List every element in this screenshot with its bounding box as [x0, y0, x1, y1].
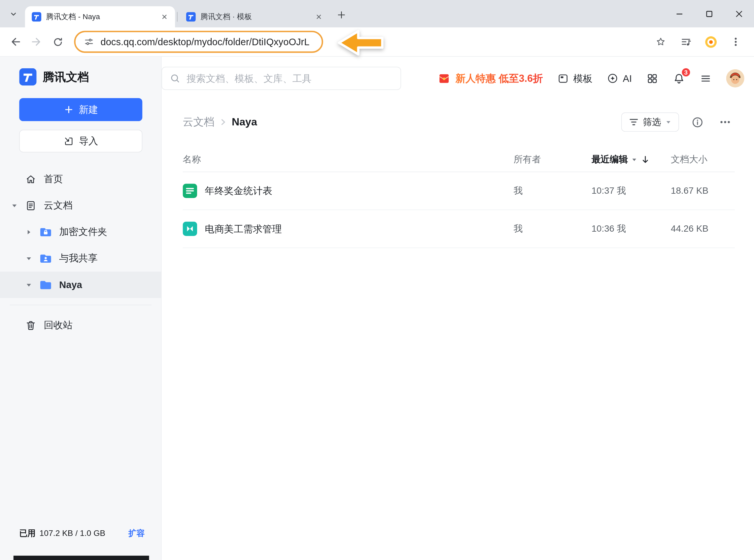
chevron-down-icon[interactable] — [25, 281, 33, 288]
breadcrumb: 云文档 Naya — [183, 115, 257, 129]
search-input[interactable] — [186, 73, 393, 84]
sidebar-item-trash[interactable]: 回收站 — [0, 312, 161, 338]
storage-usage: 已用 107.2 KB / 1.0 GB 扩容 — [19, 528, 144, 539]
more-options-button[interactable] — [715, 113, 735, 132]
app-header: 新人特惠 低至3.6折 模板 AI — [161, 57, 754, 100]
new-document-button[interactable]: 新建 — [19, 98, 142, 121]
tab-close-icon[interactable] — [313, 11, 324, 23]
back-button[interactable] — [6, 32, 25, 52]
browser-tabstrip: 腾讯文档 - Naya 腾讯文档 · 模板 — [0, 0, 754, 27]
folder-icon — [39, 280, 52, 290]
expand-storage-link[interactable]: 扩容 — [128, 528, 145, 539]
sidebar: 腾讯文档 新建 导入 首页 — [0, 57, 161, 560]
back-arrow-icon — [9, 36, 22, 48]
close-window-button[interactable] — [724, 0, 754, 27]
window-controls — [664, 0, 754, 27]
ai-button[interactable]: AI — [607, 73, 632, 84]
maximize-button[interactable] — [694, 0, 724, 27]
file-size: 44.26 KB — [671, 223, 735, 234]
info-button[interactable] — [688, 113, 707, 132]
chevron-down-icon[interactable] — [11, 202, 18, 209]
shared-folder-icon — [39, 253, 52, 264]
minimize-icon — [674, 8, 685, 19]
template-button[interactable]: 模板 — [557, 72, 592, 85]
breadcrumb-cloud-docs[interactable]: 云文档 — [183, 115, 215, 129]
star-icon — [655, 36, 667, 47]
url-bar[interactable]: docs.qq.com/desktop/mydoc/folder/DtiIQxy… — [74, 31, 323, 53]
sheet-file-icon — [183, 183, 197, 198]
tencent-docs-app: 腾讯文档 新建 导入 首页 — [0, 57, 754, 560]
tab-search-button[interactable] — [6, 6, 21, 22]
tencent-docs-logo-icon — [19, 68, 36, 85]
media-queue-button[interactable] — [677, 33, 694, 51]
storage-usage-value: 107.2 KB / 1.0 GB — [39, 529, 105, 538]
column-name: 名称 — [183, 153, 514, 166]
search-box[interactable] — [161, 67, 401, 90]
browser-menu-button[interactable] — [727, 33, 744, 51]
document-icon — [25, 200, 37, 211]
import-button[interactable]: 导入 — [19, 130, 142, 152]
forward-button[interactable] — [27, 32, 46, 52]
home-icon — [25, 173, 37, 185]
storage-used-label: 已用 — [19, 528, 36, 539]
ai-icon — [607, 73, 618, 84]
kebab-menu-icon — [730, 36, 741, 47]
tencent-docs-favicon — [186, 12, 196, 21]
filter-icon — [629, 117, 639, 127]
reload-icon — [52, 36, 64, 48]
annotation-arrow-icon — [337, 27, 385, 58]
content-toolbar: 云文档 Naya 筛选 — [183, 112, 735, 133]
maximize-icon — [703, 8, 715, 19]
sidebar-item-encrypted-folder[interactable]: 加密文件夹 — [0, 219, 161, 245]
browser-tab-active[interactable]: 腾讯文档 - Naya — [25, 6, 175, 27]
sidebar-item-cloud-docs[interactable]: 云文档 — [0, 193, 161, 219]
app-menu-button[interactable] — [699, 72, 711, 84]
red-packet-icon — [438, 72, 451, 85]
file-name: 年终奖金统计表 — [205, 184, 272, 197]
column-last-edited[interactable]: 最近编辑 — [592, 153, 671, 166]
sidebar-divider — [9, 305, 152, 305]
apps-grid-icon — [647, 72, 658, 84]
promo-banner[interactable]: 新人特惠 低至3.6折 — [438, 72, 543, 85]
search-icon — [170, 73, 181, 84]
table-row[interactable]: 年终奖金统计表 我 10:37 我 18.67 KB — [183, 172, 735, 210]
tab-title: 腾讯文档 · 模板 — [200, 12, 308, 22]
import-icon — [63, 136, 74, 146]
table-header: 名称 所有者 最近编辑 文档大小 — [183, 147, 735, 172]
toolbar-right-icons — [652, 33, 746, 51]
extension-icon — [704, 35, 717, 48]
column-owner: 所有者 — [514, 153, 592, 166]
file-name: 电商美工需求管理 — [205, 222, 282, 235]
filter-button[interactable]: 筛选 — [621, 113, 679, 132]
browser-tab-inactive[interactable]: 腾讯文档 · 模板 — [179, 6, 329, 27]
file-table: 名称 所有者 最近编辑 文档大小 — [183, 147, 735, 248]
forward-arrow-icon — [31, 36, 43, 48]
plus-icon — [336, 9, 346, 20]
tab-close-icon[interactable] — [159, 11, 170, 23]
info-icon — [691, 116, 703, 128]
chevron-down-icon — [665, 119, 672, 125]
hamburger-icon — [699, 72, 711, 84]
new-tab-button[interactable] — [333, 6, 350, 23]
reload-button[interactable] — [48, 32, 67, 52]
sidebar-item-naya[interactable]: Naya — [0, 272, 161, 298]
user-avatar[interactable] — [726, 69, 745, 87]
sort-descending-icon[interactable] — [640, 155, 650, 164]
chevron-down-icon — [8, 9, 18, 19]
bookmark-star-button[interactable] — [652, 33, 669, 51]
chevron-down-icon — [631, 156, 637, 163]
folder-content: 云文档 Naya 筛选 — [161, 100, 754, 560]
chevron-right-icon[interactable] — [25, 228, 33, 236]
notifications-button[interactable]: 3 — [673, 72, 685, 84]
app-logo: 腾讯文档 — [0, 57, 161, 85]
screen: 腾讯文档 - Naya 腾讯文档 · 模板 — [0, 0, 754, 560]
ellipsis-icon — [719, 116, 732, 128]
sidebar-item-shared-with-me[interactable]: 与我共享 — [0, 245, 161, 272]
url-text: docs.qq.com/desktop/mydoc/folder/DtiIQxy… — [100, 36, 309, 47]
sidebar-item-home[interactable]: 首页 — [0, 166, 161, 193]
extension-button[interactable] — [702, 33, 719, 51]
table-row[interactable]: 电商美工需求管理 我 10:36 我 44.26 KB — [183, 210, 735, 248]
minimize-button[interactable] — [664, 0, 694, 27]
chevron-down-icon[interactable] — [25, 255, 33, 262]
apps-grid-button[interactable] — [647, 72, 658, 84]
